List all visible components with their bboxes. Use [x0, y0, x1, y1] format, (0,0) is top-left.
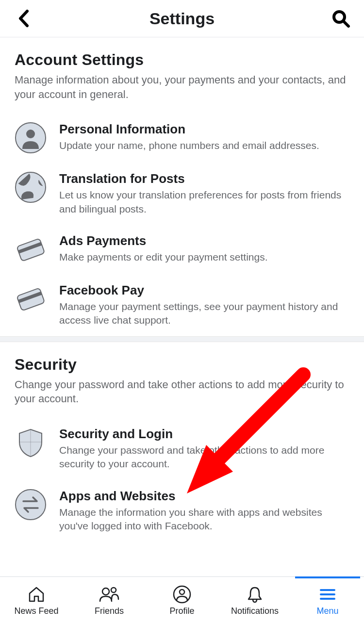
chevron-left-icon: [17, 9, 29, 28]
search-icon: [331, 9, 350, 28]
item-title: Personal Information: [59, 122, 349, 137]
section-security: Security Change your password and take o…: [0, 342, 364, 418]
globe-icon: [15, 171, 47, 203]
tab-bar: News Feed Friends Profile Notifications …: [0, 576, 364, 624]
item-ads-payments[interactable]: Ads Payments Make payments or edit your …: [0, 225, 364, 274]
svg-point-9: [16, 490, 46, 520]
item-body: Ads Payments Make payments or edit your …: [59, 233, 349, 264]
bell-icon: [245, 585, 265, 604]
item-body: Personal Information Update your name, p…: [59, 122, 349, 152]
content: Account Settings Manage information abou…: [0, 37, 364, 570]
item-title: Facebook Pay: [59, 283, 349, 298]
svg-point-12: [111, 588, 116, 592]
tab-label: Profile: [169, 606, 194, 616]
item-translation[interactable]: Translation for Posts Let us know your t…: [0, 163, 364, 225]
item-body: Security and Login Change your password …: [59, 427, 349, 471]
section-desc: Manage information about you, your payme…: [15, 73, 349, 101]
item-title: Security and Login: [59, 427, 349, 442]
card-icon: [15, 283, 47, 315]
item-desc: Change your password and take other acti…: [59, 443, 349, 471]
card-icon: [15, 233, 47, 265]
person-icon: [15, 122, 47, 154]
item-body: Apps and Websites Manage the information…: [59, 489, 349, 533]
back-button[interactable]: [14, 9, 33, 28]
item-personal-information[interactable]: Personal Information Update your name, p…: [0, 113, 364, 163]
svg-point-14: [180, 590, 184, 594]
swap-icon: [15, 489, 47, 521]
search-button[interactable]: [331, 9, 350, 28]
profile-icon: [172, 585, 192, 604]
item-facebook-pay[interactable]: Facebook Pay Manage your payment setting…: [0, 274, 364, 336]
shield-icon: [15, 427, 47, 459]
item-body: Translation for Posts Let us know your t…: [59, 171, 349, 216]
item-desc: Manage your payment settings, see your p…: [59, 300, 349, 328]
svg-point-11: [102, 588, 109, 595]
svg-line-1: [344, 21, 348, 26]
section-account-settings: Account Settings Manage information abou…: [0, 37, 364, 113]
friends-icon: [99, 585, 120, 604]
tab-label: Menu: [316, 606, 338, 616]
item-title: Apps and Websites: [59, 489, 349, 504]
menu-icon: [318, 585, 337, 604]
section-desc: Change your password and take other acti…: [15, 378, 349, 406]
svg-point-3: [26, 130, 35, 138]
item-apps-websites[interactable]: Apps and Websites Manage the information…: [0, 480, 364, 542]
section-title: Security: [15, 356, 349, 374]
tab-label: Notifications: [231, 606, 279, 616]
item-title: Ads Payments: [59, 233, 349, 248]
section-divider: [0, 336, 364, 342]
tab-friends[interactable]: Friends: [73, 577, 146, 624]
tab-label: Friends: [95, 606, 124, 616]
tab-notifications[interactable]: Notifications: [218, 577, 291, 624]
header: Settings: [0, 0, 364, 37]
home-icon: [27, 585, 46, 604]
item-body: Facebook Pay Manage your payment setting…: [59, 283, 349, 328]
item-title: Translation for Posts: [59, 171, 349, 186]
tab-news-feed[interactable]: News Feed: [0, 577, 73, 624]
tab-profile[interactable]: Profile: [146, 577, 218, 624]
item-security-login[interactable]: Security and Login Change your password …: [0, 418, 364, 480]
tab-menu[interactable]: Menu: [291, 577, 364, 624]
page-title: Settings: [33, 9, 331, 28]
item-desc: Update your name, phone numbers and emai…: [59, 139, 349, 152]
item-desc: Make payments or edit your payment setti…: [59, 250, 349, 264]
item-desc: Manage the information you share with ap…: [59, 506, 349, 533]
section-title: Account Settings: [15, 51, 349, 69]
item-desc: Let us know your translation preferences…: [59, 188, 349, 216]
tab-label: News Feed: [14, 606, 58, 616]
